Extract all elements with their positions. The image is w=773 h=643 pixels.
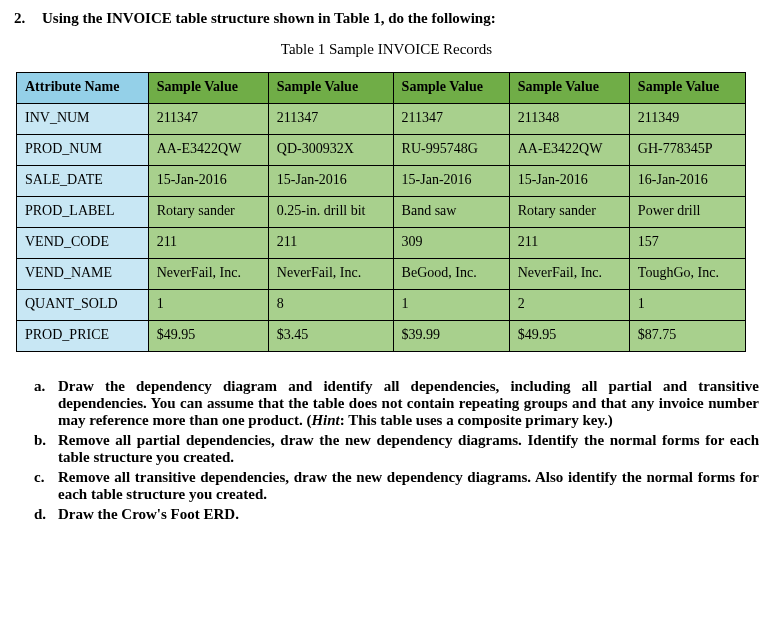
data-cell: 211349 bbox=[629, 104, 745, 135]
data-cell: 1 bbox=[393, 290, 509, 321]
question-letter: a. bbox=[34, 378, 58, 429]
data-cell: 211 bbox=[148, 228, 268, 259]
header-sample-value: Sample Value bbox=[148, 73, 268, 104]
table-row: PROD_PRICE$49.95$3.45$39.99$49.95$87.75 bbox=[17, 321, 746, 352]
attr-cell: VEND_NAME bbox=[17, 259, 149, 290]
attr-cell: INV_NUM bbox=[17, 104, 149, 135]
table-row: SALE_DATE15-Jan-201615-Jan-201615-Jan-20… bbox=[17, 166, 746, 197]
data-cell: $39.99 bbox=[393, 321, 509, 352]
data-cell: $87.75 bbox=[629, 321, 745, 352]
data-cell: Rotary sander bbox=[509, 197, 629, 228]
data-cell: 1 bbox=[148, 290, 268, 321]
table-row: VEND_NAMENeverFail, Inc.NeverFail, Inc.B… bbox=[17, 259, 746, 290]
data-cell: $49.95 bbox=[148, 321, 268, 352]
data-cell: GH-778345P bbox=[629, 135, 745, 166]
question-a: a. Draw the dependency diagram and ident… bbox=[34, 378, 759, 429]
question-a-text: Draw the dependency diagram and identify… bbox=[58, 378, 759, 429]
data-cell: 15-Jan-2016 bbox=[509, 166, 629, 197]
data-cell: Power drill bbox=[629, 197, 745, 228]
question-heading: 2. Using the INVOICE table structure sho… bbox=[14, 10, 759, 27]
invoice-table: Attribute Name Sample Value Sample Value… bbox=[16, 72, 746, 352]
attr-cell: VEND_CODE bbox=[17, 228, 149, 259]
data-cell: $3.45 bbox=[268, 321, 393, 352]
question-letter: b. bbox=[34, 432, 58, 466]
data-cell: RU-995748G bbox=[393, 135, 509, 166]
data-cell: AA-E3422QW bbox=[148, 135, 268, 166]
header-sample-value: Sample Value bbox=[268, 73, 393, 104]
question-d-text: Draw the Crow's Foot ERD. bbox=[58, 506, 759, 523]
table-header-row: Attribute Name Sample Value Sample Value… bbox=[17, 73, 746, 104]
table-row: QUANT_SOLD18121 bbox=[17, 290, 746, 321]
table-body: INV_NUM211347211347211347211348211349PRO… bbox=[17, 104, 746, 352]
data-cell: 157 bbox=[629, 228, 745, 259]
attr-cell: PROD_PRICE bbox=[17, 321, 149, 352]
data-cell: 211347 bbox=[393, 104, 509, 135]
data-cell: AA-E3422QW bbox=[509, 135, 629, 166]
attr-cell: SALE_DATE bbox=[17, 166, 149, 197]
table-row: PROD_NUMAA-E3422QWQD-300932XRU-995748GAA… bbox=[17, 135, 746, 166]
question-text: Using the INVOICE table structure shown … bbox=[42, 10, 496, 27]
question-b: b. Remove all partial dependencies, draw… bbox=[34, 432, 759, 466]
header-sample-value: Sample Value bbox=[629, 73, 745, 104]
data-cell: ToughGo, Inc. bbox=[629, 259, 745, 290]
data-cell: 211347 bbox=[268, 104, 393, 135]
data-cell: BeGood, Inc. bbox=[393, 259, 509, 290]
attr-cell: PROD_LABEL bbox=[17, 197, 149, 228]
header-sample-value: Sample Value bbox=[393, 73, 509, 104]
attr-cell: PROD_NUM bbox=[17, 135, 149, 166]
data-cell: Rotary sander bbox=[148, 197, 268, 228]
question-c: c. Remove all transitive dependencies, d… bbox=[34, 469, 759, 503]
data-cell: 309 bbox=[393, 228, 509, 259]
data-cell: Band saw bbox=[393, 197, 509, 228]
data-cell: 1 bbox=[629, 290, 745, 321]
data-cell: 8 bbox=[268, 290, 393, 321]
data-cell: NeverFail, Inc. bbox=[268, 259, 393, 290]
table-row: INV_NUM211347211347211347211348211349 bbox=[17, 104, 746, 135]
data-cell: 0.25-in. drill bit bbox=[268, 197, 393, 228]
table-row: VEND_CODE211211309211157 bbox=[17, 228, 746, 259]
question-c-text: Remove all transitive dependencies, draw… bbox=[58, 469, 759, 503]
table-row: PROD_LABELRotary sander0.25-in. drill bi… bbox=[17, 197, 746, 228]
data-cell: QD-300932X bbox=[268, 135, 393, 166]
question-b-text: Remove all partial dependencies, draw th… bbox=[58, 432, 759, 466]
data-cell: 211348 bbox=[509, 104, 629, 135]
question-number: 2. bbox=[14, 10, 42, 27]
data-cell: 2 bbox=[509, 290, 629, 321]
data-cell: 15-Jan-2016 bbox=[268, 166, 393, 197]
data-cell: 211 bbox=[509, 228, 629, 259]
hint-label: Hint bbox=[311, 412, 339, 428]
data-cell: 211 bbox=[268, 228, 393, 259]
data-cell: $49.95 bbox=[509, 321, 629, 352]
question-letter: d. bbox=[34, 506, 58, 523]
data-cell: 211347 bbox=[148, 104, 268, 135]
table-caption: Table 1 Sample INVOICE Records bbox=[14, 41, 759, 58]
header-attribute-name: Attribute Name bbox=[17, 73, 149, 104]
header-sample-value: Sample Value bbox=[509, 73, 629, 104]
data-cell: NeverFail, Inc. bbox=[509, 259, 629, 290]
question-d: d. Draw the Crow's Foot ERD. bbox=[34, 506, 759, 523]
sub-questions: a. Draw the dependency diagram and ident… bbox=[34, 378, 759, 523]
data-cell: 15-Jan-2016 bbox=[393, 166, 509, 197]
attr-cell: QUANT_SOLD bbox=[17, 290, 149, 321]
data-cell: 16-Jan-2016 bbox=[629, 166, 745, 197]
data-cell: 15-Jan-2016 bbox=[148, 166, 268, 197]
question-letter: c. bbox=[34, 469, 58, 503]
data-cell: NeverFail, Inc. bbox=[148, 259, 268, 290]
